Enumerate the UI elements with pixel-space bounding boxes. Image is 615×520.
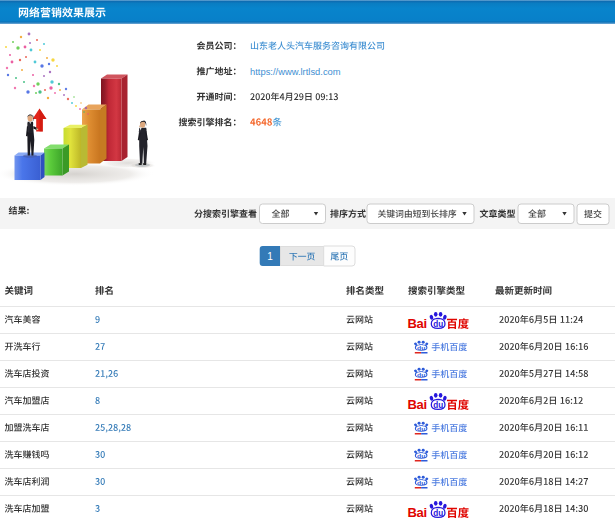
svg-text:du: du — [433, 400, 443, 410]
svg-text:du: du — [417, 345, 426, 350]
svg-text:du: du — [417, 372, 426, 377]
svg-text:Bai: Bai — [408, 316, 427, 331]
svg-text:du: du — [433, 508, 443, 518]
svg-text:du: du — [417, 480, 426, 485]
svg-text:du: du — [417, 426, 426, 431]
svg-text:du: du — [417, 453, 426, 458]
svg-text:du: du — [433, 319, 443, 329]
svg-text:Bai: Bai — [408, 505, 427, 520]
svg-text:https://www.lrtlsd.com: https://www.lrtlsd.com — [250, 66, 341, 77]
svg-text:1: 1 — [267, 251, 273, 262]
svg-text:Bai: Bai — [408, 397, 427, 412]
